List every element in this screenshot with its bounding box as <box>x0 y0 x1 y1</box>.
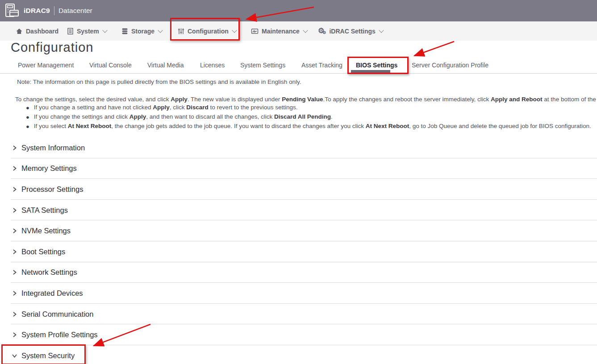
chevron-right-icon <box>12 165 17 171</box>
section-integrated-devices[interactable]: Integrated Devices <box>0 283 597 304</box>
section-nvme-settings[interactable]: NVMe Settings <box>0 220 597 241</box>
sliders-icon <box>178 28 184 35</box>
bullet-text: If you select At Next Reboot, the change… <box>34 123 591 129</box>
brand-name: iDRAC9 <box>24 7 50 15</box>
nav-label: Storage <box>131 28 154 35</box>
idrac-logo-icon <box>4 3 20 18</box>
active-tab-underline <box>351 70 390 73</box>
chevron-right-icon <box>12 269 17 275</box>
tab-system-settings[interactable]: System Settings <box>240 58 285 73</box>
section-sata-settings[interactable]: SATA Settings <box>0 200 597 221</box>
tab-server-configuration-profile[interactable]: Server Configuration Profile <box>412 58 488 73</box>
nav-item-storage[interactable]: Storage <box>121 21 162 41</box>
section-network-settings[interactable]: Network Settings <box>0 262 597 283</box>
section-label: System Security <box>21 352 75 360</box>
bullet-text: If you change a setting and have not cli… <box>34 104 298 111</box>
section-processor-settings[interactable]: Processor Settings <box>0 179 597 200</box>
section-boot-settings[interactable]: Boot Settings <box>0 241 597 262</box>
chevron-right-icon <box>12 249 17 255</box>
nav-label: Maintenance <box>262 28 300 35</box>
section-serial-communication[interactable]: Serial Communication <box>0 304 597 325</box>
section-label: Network Settings <box>21 268 77 277</box>
bios-instruction-list: ● If you change a setting and have not c… <box>26 104 591 132</box>
section-label: Integrated Devices <box>21 289 83 298</box>
section-label: NVMe Settings <box>21 227 71 235</box>
chevron-right-icon <box>12 186 17 192</box>
section-label: Boot Settings <box>21 248 65 256</box>
bios-note-text: Note: The information on this page is pu… <box>17 79 301 85</box>
chevron-down-icon <box>102 28 107 33</box>
bullet-text: If you change the settings and click App… <box>34 113 333 120</box>
bullet-icon: ● <box>26 113 29 121</box>
bios-settings-accordion: System Information Memory Settings Proce… <box>0 137 597 364</box>
tab-licenses[interactable]: Licenses <box>200 58 225 73</box>
nav-item-configuration[interactable]: Configuration <box>178 21 236 41</box>
bios-intro-text: To change the settings, select the desir… <box>15 96 597 103</box>
section-label: Processor Settings <box>21 185 83 194</box>
nav-item-idrac-settings[interactable]: ⚙⚙ iDRAC Settings <box>318 21 383 41</box>
page-title: Configuration <box>11 40 94 55</box>
nav-label: System <box>77 28 99 35</box>
section-system-security[interactable]: System Security <box>0 345 597 364</box>
tab-bar: Power Management Virtual Console Virtual… <box>0 58 597 74</box>
app-header: iDRAC9 Datacenter <box>0 0 597 21</box>
chevron-right-icon <box>12 290 17 296</box>
chevron-down-icon <box>12 353 17 359</box>
section-label: Memory Settings <box>21 164 77 173</box>
nav-item-maintenance[interactable]: Maintenance <box>251 21 307 41</box>
gear-icon: ⚙⚙ <box>318 27 326 35</box>
chevron-down-icon <box>379 28 384 33</box>
chevron-down-icon <box>303 28 308 33</box>
section-label: System Information <box>21 144 85 152</box>
tab-power-management[interactable]: Power Management <box>18 58 74 73</box>
nav-label: Configuration <box>188 28 229 35</box>
storage-icon <box>121 28 128 35</box>
chevron-down-icon <box>232 28 237 33</box>
nav-item-system[interactable]: System <box>67 21 107 41</box>
chevron-right-icon <box>12 207 17 213</box>
brand-edition: Datacenter <box>58 7 92 15</box>
section-label: System Profile Settings <box>21 331 98 339</box>
bullet-icon: ● <box>26 123 29 131</box>
tab-virtual-media[interactable]: Virtual Media <box>147 58 184 73</box>
home-icon <box>16 28 23 35</box>
chevron-right-icon <box>12 145 17 151</box>
annotation-arrow-bios-settings <box>414 41 454 56</box>
main-nav: Dashboard System Storage <box>0 21 597 41</box>
maintenance-icon <box>251 28 259 35</box>
section-system-information[interactable]: System Information <box>0 137 597 158</box>
list-item: ● If you change the settings and click A… <box>26 113 591 123</box>
list-item: ● If you change a setting and have not c… <box>26 104 591 113</box>
chevron-down-icon <box>158 28 163 33</box>
section-memory-settings[interactable]: Memory Settings <box>0 158 597 179</box>
section-system-profile-settings[interactable]: System Profile Settings <box>0 324 597 345</box>
list-item: ● If you select At Next Reboot, the chan… <box>26 123 591 132</box>
nav-item-dashboard[interactable]: Dashboard <box>16 21 58 41</box>
section-label: Serial Communication <box>21 310 93 318</box>
section-label: SATA Settings <box>21 206 68 215</box>
chevron-right-icon <box>12 311 17 317</box>
tab-virtual-console[interactable]: Virtual Console <box>89 58 132 73</box>
bullet-icon: ● <box>26 104 29 112</box>
nav-label: Dashboard <box>26 28 58 35</box>
system-icon <box>67 28 74 35</box>
chevron-right-icon <box>12 332 17 338</box>
chevron-right-icon <box>12 228 17 234</box>
nav-label: iDRAC Settings <box>329 28 375 35</box>
tab-asset-tracking[interactable]: Asset Tracking <box>301 58 342 73</box>
brand-separator <box>54 6 54 15</box>
